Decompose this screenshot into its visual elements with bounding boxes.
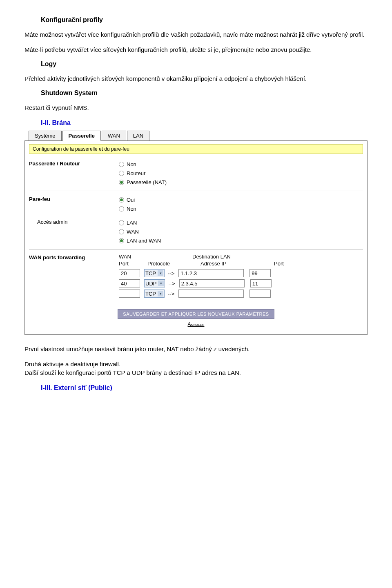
heading-profiles: Konfigurační profily bbox=[41, 16, 368, 24]
config-panel: Système Passerelle WAN LAN Configuration… bbox=[24, 130, 368, 335]
save-apply-button[interactable]: SAUVEGARDER ET APPLIQUER LES NOUVEAUX PA… bbox=[118, 309, 274, 319]
fwd-dport-input[interactable] bbox=[250, 279, 272, 287]
fwd-port-input[interactable] bbox=[119, 290, 140, 298]
heading-logs: Logy bbox=[41, 60, 368, 68]
label-gateway: Passerelle / Routeur bbox=[29, 160, 119, 167]
para-shutdown: Restart či vypnutí NMS. bbox=[24, 103, 368, 112]
para-logs: Přehled aktivity jednotlivých síťových k… bbox=[24, 74, 368, 83]
tab-passerelle[interactable]: Passerelle bbox=[62, 131, 101, 141]
fwd-port-input[interactable] bbox=[119, 269, 140, 277]
cancel-link[interactable]: Annuler bbox=[29, 321, 363, 327]
fwd-ip-input[interactable] bbox=[178, 269, 244, 277]
radio-firewall-oui-label: Oui bbox=[127, 197, 135, 203]
fwd-sub-proto: Protocole bbox=[147, 261, 200, 267]
fwd-sub-port: Port bbox=[119, 261, 147, 267]
fwd-port-input[interactable] bbox=[119, 279, 140, 287]
separator bbox=[29, 191, 363, 191]
fwd-row: UDP▾ --> bbox=[119, 279, 363, 287]
para-brana-3: Další slouží ke konfiguraci portů TCP a … bbox=[24, 368, 368, 377]
separator bbox=[29, 249, 363, 249]
para-brana-2: Druhá aktivuje a deaktivuje firewall. bbox=[24, 360, 368, 368]
radio-firewall-non[interactable] bbox=[119, 206, 124, 212]
radio-gateway-non-label: Non bbox=[127, 161, 136, 167]
fwd-proto-select[interactable]: TCP▾ bbox=[144, 269, 165, 277]
heading-externi-sit: I-III. Externí síť (Public) bbox=[41, 384, 368, 392]
fwd-proto-select[interactable]: TCP▾ bbox=[144, 290, 165, 298]
radio-admin-lan-label: LAN bbox=[127, 220, 137, 226]
fwd-row: TCP▾ --> bbox=[119, 269, 363, 277]
heading-shutdown: Shutdown System bbox=[41, 89, 368, 97]
label-fwd: WAN ports forwarding bbox=[29, 254, 119, 261]
chevron-down-icon: ▾ bbox=[158, 270, 163, 276]
chevron-down-icon: ▾ bbox=[158, 291, 163, 296]
chevron-down-icon: ▾ bbox=[158, 281, 164, 286]
para-profiles-2: Máte-li potřebu vytvářet více síťových k… bbox=[24, 45, 368, 54]
radio-firewall-non-label: Non bbox=[127, 206, 136, 212]
radio-admin-wan-label: WAN bbox=[127, 229, 139, 235]
gateway-options: Non Routeur Passerelle (NAT) bbox=[119, 160, 363, 187]
radio-admin-lan[interactable] bbox=[119, 220, 124, 225]
para-brana-1: První vlastnost umožňuje nastavit bránu … bbox=[24, 345, 368, 353]
arrow-text: --> bbox=[168, 270, 174, 276]
radio-admin-both[interactable] bbox=[119, 238, 124, 243]
fwd-dport-input[interactable] bbox=[249, 269, 271, 277]
fwd-proto-select[interactable]: UDP▾ bbox=[144, 279, 165, 287]
fwd-dport-input[interactable] bbox=[249, 290, 271, 298]
fwd-sub-ip: Adresse IP bbox=[200, 261, 274, 267]
arrow-text: --> bbox=[168, 281, 175, 287]
tab-bar: Système Passerelle WAN LAN bbox=[29, 130, 368, 140]
firewall-options: Oui Non bbox=[119, 195, 363, 213]
admin-options: LAN WAN LAN and WAN bbox=[119, 218, 363, 245]
tab-body: Configuration de la passerelle et du par… bbox=[24, 140, 368, 335]
tab-systeme[interactable]: Système bbox=[29, 131, 62, 140]
radio-gateway-non[interactable] bbox=[119, 162, 124, 167]
fwd-ip-input[interactable] bbox=[179, 279, 245, 287]
radio-gateway-routeur-label: Routeur bbox=[127, 170, 145, 176]
radio-admin-wan[interactable] bbox=[119, 229, 124, 234]
heading-brana: I-II. Brána bbox=[41, 119, 368, 127]
radio-gateway-nat[interactable] bbox=[119, 180, 124, 185]
fwd-ip-input[interactable] bbox=[178, 290, 244, 298]
tab-wan[interactable]: WAN bbox=[102, 131, 126, 140]
radio-gateway-routeur[interactable] bbox=[119, 171, 124, 176]
info-bar: Configuration de la passerelle et du par… bbox=[29, 144, 363, 154]
para-profiles-1: Máte možnost vytvářet více konfiguračníc… bbox=[24, 30, 368, 39]
radio-firewall-oui[interactable] bbox=[119, 197, 124, 203]
arrow-text: --> bbox=[168, 291, 174, 297]
fwd-sub-dport: Port bbox=[274, 261, 303, 267]
tab-lan[interactable]: LAN bbox=[127, 131, 149, 140]
label-admin: Accès admin bbox=[29, 218, 119, 225]
label-firewall: Pare-feu bbox=[29, 195, 119, 202]
fwd-header-dest: Destination LAN bbox=[192, 254, 231, 260]
radio-gateway-nat-label: Passerelle (NAT) bbox=[127, 179, 167, 185]
fwd-row: TCP▾ --> bbox=[119, 290, 363, 298]
radio-admin-both-label: LAN and WAN bbox=[127, 238, 161, 244]
fwd-header-wan: WAN bbox=[119, 254, 192, 260]
